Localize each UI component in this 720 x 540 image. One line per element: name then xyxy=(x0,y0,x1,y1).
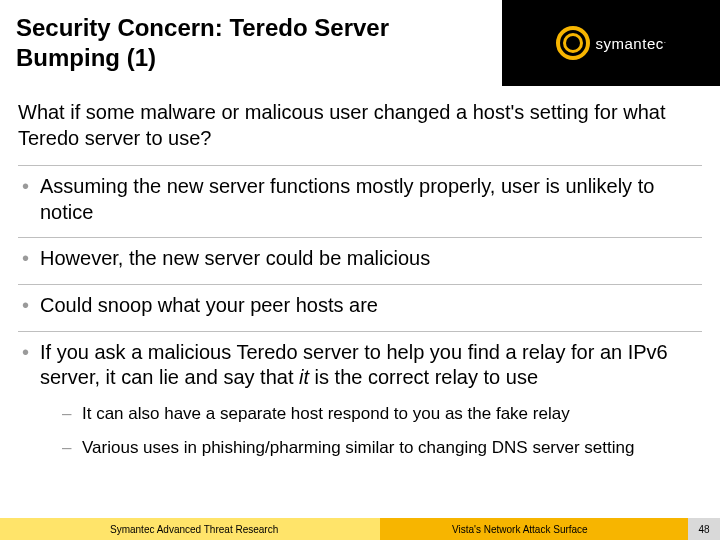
list-item: If you ask a malicious Teredo server to … xyxy=(18,340,702,459)
footer-right: Vista's Network Attack Surface xyxy=(380,518,688,540)
slide-header: Security Concern: Teredo Server Bumping … xyxy=(0,0,720,86)
brand-logo-area: symantec. xyxy=(502,0,720,86)
footer-left: Symantec Advanced Threat Research xyxy=(0,518,380,540)
title-zone: Security Concern: Teredo Server Bumping … xyxy=(0,0,502,86)
divider xyxy=(18,165,702,166)
bullet-list: If you ask a malicious Teredo server to … xyxy=(18,340,702,459)
divider xyxy=(18,331,702,332)
sub-list: It can also have a separate host respond… xyxy=(40,403,702,459)
bullet-list: Assuming the new server functions mostly… xyxy=(18,174,702,225)
intro-question: What if some malware or malicous user ch… xyxy=(18,100,702,151)
symantec-logo-icon xyxy=(556,26,590,60)
slide-footer: Symantec Advanced Threat Research Vista'… xyxy=(0,518,720,540)
slide-body: What if some malware or malicous user ch… xyxy=(0,86,720,459)
bullet-list: However, the new server could be malicio… xyxy=(18,246,702,272)
sub-list-item: It can also have a separate host respond… xyxy=(40,403,702,425)
divider xyxy=(18,284,702,285)
list-item: Assuming the new server functions mostly… xyxy=(18,174,702,225)
list-item: Could snoop what your peer hosts are xyxy=(18,293,702,319)
divider xyxy=(18,237,702,238)
brand-name: symantec. xyxy=(596,35,667,52)
page-number: 48 xyxy=(688,518,720,540)
list-item: However, the new server could be malicio… xyxy=(18,246,702,272)
slide-title: Security Concern: Teredo Server Bumping … xyxy=(16,13,492,73)
sub-list-item: Various uses in phishing/pharming simila… xyxy=(40,437,702,459)
bullet-list: Could snoop what your peer hosts are xyxy=(18,293,702,319)
